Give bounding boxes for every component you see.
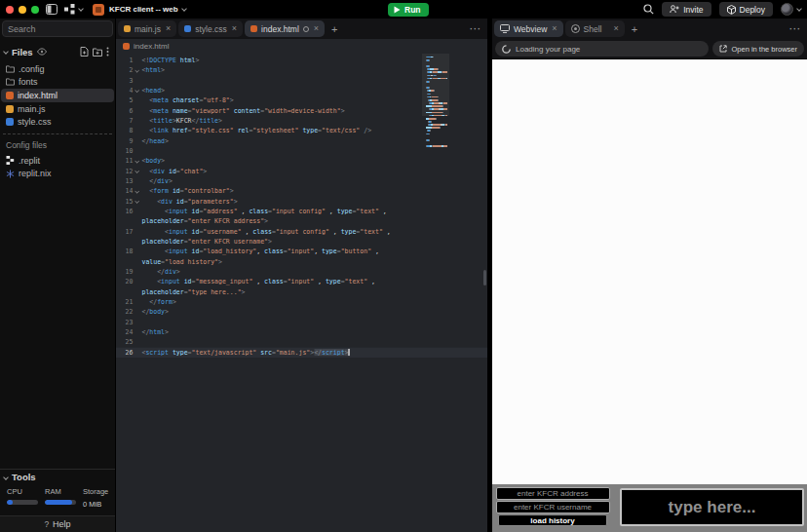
- code-line[interactable]: 12 <div id="chat">: [116, 167, 487, 176]
- avatar[interactable]: [781, 3, 793, 16]
- files-collapse-chevron-icon[interactable]: [3, 49, 9, 55]
- tab-style-css[interactable]: style.css ×: [178, 20, 243, 37]
- repl-title[interactable]: KFCR client -- web: [109, 5, 178, 14]
- file-item-replit-nix[interactable]: replit.nix: [0, 168, 115, 181]
- code-line[interactable]: 14 <form id="controlbar">: [116, 186, 487, 196]
- close-window-button[interactable]: [6, 6, 14, 14]
- deploy-button[interactable]: Deploy: [719, 2, 773, 17]
- file-item-replit[interactable]: .replit: [0, 154, 115, 168]
- tab-shell[interactable]: Shell ×: [565, 20, 625, 37]
- fold-chevron-icon[interactable]: [133, 156, 141, 166]
- file-item-config[interactable]: .config: [0, 62, 115, 76]
- close-tab-icon[interactable]: ×: [166, 24, 171, 33]
- fold-chevron-icon[interactable]: [133, 86, 141, 95]
- new-folder-icon[interactable]: [93, 48, 102, 57]
- new-file-icon[interactable]: [80, 47, 89, 57]
- person-plus-icon: [670, 5, 679, 14]
- code-line[interactable]: 19 </div>: [116, 267, 487, 277]
- minimize-window-button[interactable]: [19, 6, 26, 14]
- html-file-icon: [250, 25, 257, 32]
- tools-collapse-chevron-icon[interactable]: [3, 475, 9, 480]
- ram-bar: [45, 500, 76, 505]
- code-line[interactable]: 24</html>: [116, 327, 487, 337]
- new-tab-icon[interactable]: +: [632, 23, 637, 35]
- close-tab-icon[interactable]: ×: [614, 24, 619, 33]
- code-line[interactable]: 17 <input id="username" , class="input c…: [116, 227, 487, 237]
- html-file-icon: [6, 92, 14, 99]
- code-line[interactable]: placeholder="type here...">: [116, 287, 487, 297]
- code-line[interactable]: placeholder="enter KFCR username">: [116, 237, 487, 247]
- fold-chevron-icon[interactable]: [133, 186, 141, 196]
- open-in-browser-button[interactable]: Open in the browser: [712, 41, 804, 57]
- invite-button[interactable]: Invite: [662, 2, 711, 17]
- code-line[interactable]: 11<body>: [116, 156, 487, 166]
- kfcr-address-input[interactable]: enter KFCR address: [496, 487, 610, 500]
- account-chevron-icon[interactable]: [796, 6, 802, 12]
- file-item-fonts[interactable]: fonts: [0, 76, 115, 90]
- ram-stat: RAM: [45, 487, 76, 509]
- help-button[interactable]: ? Help: [0, 515, 115, 532]
- external-link-icon: [719, 45, 727, 53]
- monitor-icon: [500, 24, 510, 33]
- code-line[interactable]: 18 <input id="load_history", class="inpu…: [116, 247, 487, 256]
- storage-stat: Storage 0 MiB: [83, 487, 108, 509]
- workspace-switcher-icon[interactable]: [64, 4, 83, 15]
- tab-split-icon[interactable]: [303, 26, 309, 32]
- files-menu-kebab-icon[interactable]: [106, 47, 109, 57]
- tab-webview[interactable]: Webview ×: [494, 20, 563, 37]
- page-controlbar: enter KFCR address enter KFCR username l…: [492, 484, 807, 532]
- editor-pane: main.js × style.css × index.html × + ···: [116, 19, 487, 532]
- load-history-button[interactable]: load history: [498, 514, 607, 526]
- tab-index-html[interactable]: index.html ×: [245, 20, 325, 37]
- storage-value: 0 MiB: [83, 500, 108, 509]
- code-line[interactable]: 23: [116, 318, 487, 327]
- message-input[interactable]: type here...: [620, 488, 804, 526]
- code-line[interactable]: 22</body>: [116, 307, 487, 317]
- minimap[interactable]: [424, 56, 447, 148]
- config-files-header: Config files: [0, 137, 115, 154]
- close-tab-icon[interactable]: ×: [314, 24, 319, 33]
- fold-chevron-icon[interactable]: [133, 197, 141, 207]
- file-item-style-css[interactable]: style.css: [0, 115, 115, 129]
- code-editor[interactable]: 1<!DOCTYPE html>2<html>34<head>5 <meta c…: [116, 54, 487, 532]
- webview-tab-overflow-icon[interactable]: ···: [789, 24, 801, 34]
- page-parameters: enter KFCR address enter KFCR username l…: [495, 487, 610, 526]
- fold-chevron-icon[interactable]: [133, 65, 141, 75]
- tools-panel: Tools CPU RAM Storage 0 MiB: [0, 469, 115, 515]
- repl-title-chevron-icon[interactable]: [181, 6, 187, 12]
- text-cursor: [349, 349, 350, 356]
- code-line[interactable]: 13 </div>: [116, 176, 487, 186]
- hidden-files-eye-icon[interactable]: [37, 48, 47, 56]
- code-line[interactable]: 25: [116, 337, 487, 347]
- tab-main-js[interactable]: main.js ×: [118, 20, 176, 37]
- deploy-icon: [727, 5, 736, 15]
- editor-tab-overflow-icon[interactable]: ···: [470, 24, 481, 34]
- search-input[interactable]: Search: [2, 20, 113, 37]
- maximize-window-button[interactable]: [31, 6, 39, 14]
- code-line[interactable]: value="load history">: [116, 257, 487, 267]
- file-item-main-js[interactable]: main.js: [0, 102, 115, 116]
- close-tab-icon[interactable]: ×: [552, 24, 557, 33]
- code-line[interactable]: 20 <input id="message_input" , class="in…: [116, 277, 487, 286]
- code-line[interactable]: 15 <div id="parameters">: [116, 197, 487, 207]
- editor-scrollbar[interactable]: [483, 270, 486, 285]
- fold-chevron-icon[interactable]: [133, 167, 141, 176]
- webview-pane: Webview × Shell × + ··· Loading your pag…: [492, 19, 807, 532]
- webview-url-input[interactable]: Loading your page: [495, 41, 709, 57]
- code-line[interactable]: placeholder="enter KFCR address">: [116, 216, 487, 226]
- code-line[interactable]: 16 <input id="address" , class="input co…: [116, 207, 487, 216]
- repl-icon: [93, 4, 104, 16]
- code-line[interactable]: 26<script type="text/javascript" src="ma…: [116, 348, 487, 358]
- breadcrumb[interactable]: index.html: [116, 39, 487, 54]
- files-panel: Files .con: [0, 39, 115, 469]
- new-tab-icon[interactable]: +: [331, 23, 337, 35]
- file-item-index-html[interactable]: index.html: [1, 89, 114, 102]
- sidebar-toggle-icon[interactable]: [46, 4, 58, 15]
- run-button[interactable]: Run: [388, 3, 429, 17]
- code-line[interactable]: 21 </form>: [116, 297, 487, 307]
- replit-config-icon: [6, 156, 15, 165]
- kfcr-username-input[interactable]: enter KFCR username: [496, 501, 610, 513]
- close-tab-icon[interactable]: ×: [232, 24, 237, 33]
- webview-address-bar: Loading your page Open in the browser: [492, 39, 807, 59]
- search-icon[interactable]: [643, 4, 654, 15]
